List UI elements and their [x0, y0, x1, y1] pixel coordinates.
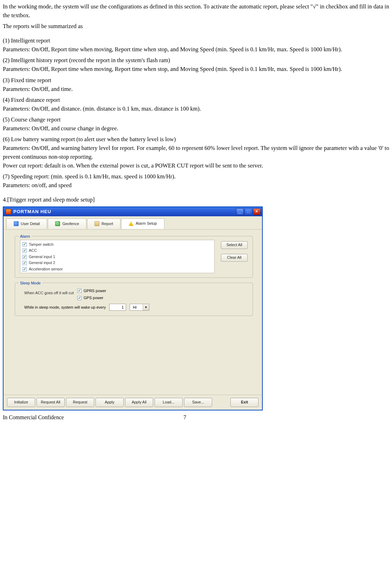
intro-paragraph-1: In the working mode, the system will use… — [3, 2, 390, 20]
checkbox-icon[interactable] — [77, 296, 81, 300]
checkbox-icon[interactable] — [22, 261, 27, 265]
report-icon — [94, 221, 99, 226]
alarm-icon — [129, 221, 133, 226]
alarm-list[interactable]: Tamper switch ACC General input 1 Genera… — [20, 240, 215, 273]
report-4-title: (4) Fixed distance report — [3, 96, 390, 104]
tab-label: Alarm Setup — [136, 221, 157, 226]
report-3-desc: Parameters: On/Off, and time. — [3, 85, 390, 93]
option-label: GPRS power — [84, 288, 106, 294]
wake-interval-unit-combo[interactable]: Hr ▾ — [130, 304, 149, 311]
load-button[interactable]: Load... — [155, 398, 183, 407]
report-6-title: (6) Low battery warning report (to alert… — [3, 135, 390, 144]
report-1-desc: Parameters: On/Off, Report time when mov… — [3, 45, 390, 54]
chevron-down-icon[interactable]: ▾ — [143, 304, 149, 310]
user-icon — [14, 221, 19, 226]
screenshot-caption: 4.[Trigger report and sleep mode setup] — [3, 195, 390, 204]
page-number: 7 — [183, 413, 186, 422]
tab-geofence[interactable]: Geofence — [48, 218, 86, 229]
maximize-button[interactable]: □ — [244, 208, 252, 215]
apply-all-button[interactable]: Apply All — [125, 398, 153, 407]
alarm-item-label: General input 2 — [29, 260, 55, 266]
save-button[interactable]: Save... — [184, 398, 212, 407]
checkbox-icon[interactable] — [22, 255, 27, 259]
report-6-desc-1: Parameters: On/Off, and warning battery … — [3, 144, 390, 161]
report-5-title: (5) Course change report — [3, 115, 390, 124]
sleep-mode-groupbox: Sleep Mode When ACC goes off it will cut… — [15, 283, 253, 316]
alarm-item[interactable]: ACC — [22, 248, 212, 254]
tab-user-detail[interactable]: User Detail — [6, 218, 47, 229]
tab-bar: User Detail Geofence Report Alarm Setup — [4, 216, 262, 230]
alarm-item-label: Acceleration sensor — [29, 266, 63, 272]
alarm-groupbox: Alarm Tamper switch ACC General input 1 … — [15, 236, 253, 278]
report-7-title: (7) Speeding report: (min. speed is 0.1 … — [3, 172, 390, 181]
checkbox-icon[interactable] — [77, 289, 81, 293]
titlebar: PORTMAN HEU _ □ × — [4, 207, 262, 216]
alarm-item-label: Tamper switch — [29, 242, 53, 248]
alarm-item-label: General input 1 — [29, 254, 55, 260]
sleep-legend: Sleep Mode — [19, 280, 42, 286]
exit-button[interactable]: Exit — [230, 398, 259, 407]
tab-label: Report — [102, 221, 113, 227]
option-label: GPS power — [84, 295, 103, 301]
sleep-row2-label: While in sleep mode, system will wake up… — [24, 304, 106, 310]
apply-button[interactable]: Apply — [96, 398, 124, 407]
alarm-legend: Alarm — [19, 233, 32, 239]
alarm-item[interactable]: General input 1 — [22, 254, 212, 260]
tab-label: Geofence — [62, 221, 79, 227]
wake-interval-input[interactable]: 1 — [109, 304, 126, 311]
window-title: PORTMAN HEU — [13, 208, 51, 215]
alarm-item[interactable]: Tamper switch — [22, 242, 212, 248]
report-6-desc-2: Power cut report: default is on. When th… — [3, 161, 390, 170]
tab-alarm-setup[interactable]: Alarm Setup — [121, 218, 164, 229]
report-4-desc: Parameters: On/Off, and distance. (min. … — [3, 104, 390, 113]
clear-all-button[interactable]: Clear All — [221, 254, 248, 262]
report-2-title: (2) Intelligent history report (record t… — [3, 56, 390, 65]
request-all-button[interactable]: Request All — [37, 398, 65, 407]
report-7-desc: Parameters: on/off, and speed — [3, 181, 390, 190]
alarm-item[interactable]: Acceleration sensor — [22, 266, 212, 272]
report-3-title: (3) Fixed time report — [3, 76, 390, 85]
request-button[interactable]: Request — [66, 398, 94, 407]
checkbox-icon[interactable] — [22, 267, 27, 271]
tab-report[interactable]: Report — [87, 218, 120, 229]
globe-icon — [55, 221, 60, 226]
report-2-desc: Parameters: On/Off, Report time when mov… — [3, 65, 390, 73]
app-icon — [6, 209, 11, 215]
gprs-power-option[interactable]: GPRS power — [77, 288, 106, 294]
checkbox-icon[interactable] — [22, 249, 27, 253]
report-1-title: (1) Intelligent report — [3, 36, 390, 45]
report-5-desc: Parameters: On/Off, and course change in… — [3, 124, 390, 133]
minimize-button[interactable]: _ — [236, 208, 244, 215]
checkbox-icon[interactable] — [22, 242, 27, 246]
bottom-toolbar: Initialize Request All Request Apply App… — [4, 395, 262, 410]
alarm-item[interactable]: General input 2 — [22, 260, 212, 266]
close-button[interactable]: × — [253, 208, 261, 215]
gps-power-option[interactable]: GPS power — [77, 295, 106, 301]
select-all-button[interactable]: Select All — [221, 241, 248, 249]
app-window: PORTMAN HEU _ □ × User Detail Geofence R… — [3, 206, 263, 410]
footer-left: In Commercial Confidence — [3, 413, 64, 422]
combo-value: Hr — [130, 304, 143, 310]
initialize-button[interactable]: Initialize — [7, 398, 35, 407]
sleep-row1-label: When ACC goes off it will cut — [24, 288, 74, 296]
tab-label: User Detail — [21, 221, 40, 227]
intro-paragraph-2: The reports will be summarized as — [3, 22, 390, 31]
alarm-item-label: ACC — [29, 248, 37, 254]
